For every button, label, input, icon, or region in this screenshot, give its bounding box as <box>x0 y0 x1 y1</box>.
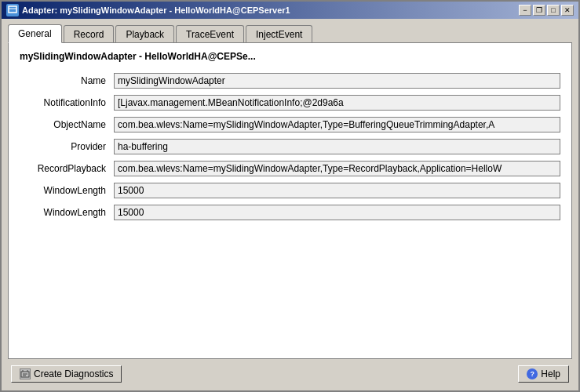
main-window: Adapter: mySlidingWindowAdapter - HelloW… <box>0 0 580 392</box>
label-objectname: ObjectName <box>20 119 114 130</box>
label-notificationinfo: NotificationInfo <box>20 97 114 108</box>
input-windowlength-1[interactable]: 15000 <box>114 183 560 198</box>
label-windowlength-1: WindowLength <box>20 185 114 196</box>
label-windowlength-2: WindowLength <box>20 207 114 218</box>
input-windowlength-2[interactable]: 15000 <box>114 205 560 220</box>
help-button[interactable]: ? Help <box>518 365 569 383</box>
window-icon <box>6 4 19 16</box>
tab-injectevent[interactable]: InjectEvent <box>246 25 312 43</box>
title-bar-left: Adapter: mySlidingWindowAdapter - HelloW… <box>6 4 290 16</box>
tab-content-general: mySlidingWindowAdapter - HelloWorldHA@CE… <box>8 42 572 359</box>
form-grid: Name mySlidingWindowAdapter Notification… <box>20 73 560 220</box>
title-bar-controls: − ❐ □ ✕ <box>519 5 574 16</box>
window-title: Adapter: mySlidingWindowAdapter - HelloW… <box>22 5 290 15</box>
tab-general[interactable]: General <box>8 24 62 43</box>
tab-playback[interactable]: Playback <box>115 25 174 43</box>
minimize-button[interactable]: − <box>519 5 531 16</box>
bottom-bar: Create Diagnostics ? Help <box>8 359 572 384</box>
diagnostics-icon <box>20 368 31 379</box>
svg-rect-0 <box>9 6 16 13</box>
window-content: General Record Playback TraceEvent Injec… <box>2 19 578 390</box>
label-provider: Provider <box>20 141 114 152</box>
input-name[interactable]: mySlidingWindowAdapter <box>114 73 560 89</box>
label-recordplayback: RecordPlayback <box>20 163 114 174</box>
close-button[interactable]: ✕ <box>561 5 574 16</box>
create-diagnostics-label: Create Diagnostics <box>34 368 113 379</box>
help-icon: ? <box>527 368 538 379</box>
input-provider[interactable]: ha-buffering <box>114 139 560 154</box>
input-objectname[interactable]: com.bea.wlevs:Name=mySlidingWindowAdapte… <box>114 117 560 132</box>
tabs-bar: General Record Playback TraceEvent Injec… <box>8 24 572 42</box>
label-name: Name <box>20 75 114 86</box>
maximize-button[interactable]: □ <box>547 5 560 16</box>
create-diagnostics-button[interactable]: Create Diagnostics <box>11 365 122 383</box>
help-label: Help <box>541 368 560 379</box>
restore-button[interactable]: ❐ <box>533 5 545 16</box>
tab-record[interactable]: Record <box>64 25 115 43</box>
tab-traceevent[interactable]: TraceEvent <box>176 25 244 43</box>
title-bar: Adapter: mySlidingWindowAdapter - HelloW… <box>2 2 578 19</box>
input-notificationinfo[interactable]: [Ljavax.management.MBeanNotificationInfo… <box>114 95 560 111</box>
section-title: mySlidingWindowAdapter - HelloWorldHA@CE… <box>20 51 560 62</box>
input-recordplayback[interactable]: com.bea.wlevs:Name=mySlidingWindowAdapte… <box>114 161 560 176</box>
